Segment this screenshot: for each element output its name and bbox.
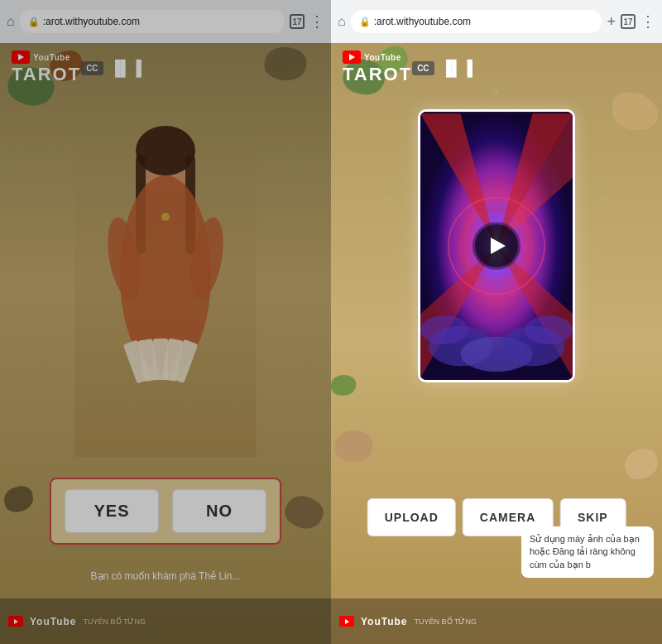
left-app-content: YouTube TAROT CC ▐▌▐ <box>0 43 331 644</box>
left-yt-icon <box>12 50 30 64</box>
left-tab-count[interactable]: 17 <box>290 14 305 29</box>
right-address-bar[interactable]: 🔒 :arot.withyoutube.com <box>351 10 602 33</box>
left-youtube-logo: YouTube <box>12 50 70 64</box>
yes-button[interactable]: YES <box>65 489 159 533</box>
right-youtube-logo: YouTube <box>343 50 401 64</box>
right-audio-icon[interactable]: ▐▌▐ <box>441 60 473 77</box>
right-browser-bar: ⌂ 🔒 :arot.withyoutube.com + 17 ⋮ <box>331 0 662 43</box>
play-button[interactable] <box>475 224 518 267</box>
svg-point-19 <box>494 388 499 393</box>
right-footer-text: TUYÊN BỐ TỪNG <box>415 618 654 626</box>
play-triangle <box>491 238 506 254</box>
right-yt-icon <box>343 50 361 64</box>
right-footer: YouTube TUYÊN BỐ TỪNG <box>331 598 662 644</box>
left-audio-icon[interactable]: ▐▌▐ <box>110 60 142 77</box>
right-lock-icon: 🔒 <box>359 17 371 27</box>
left-panel: ⌂ 🔒 :arot.withyoutube.com 17 ⋮ YouTube T… <box>0 0 331 644</box>
left-footer-yt-label: YouTube <box>30 616 77 627</box>
lock-icon: 🔒 <box>28 17 40 27</box>
left-footer-yt-icon <box>8 616 23 627</box>
left-header-right: CC ▐▌▐ <box>81 60 142 77</box>
upload-button[interactable]: UPLOAD <box>367 498 456 536</box>
right-footer-yt-label: YouTube <box>361 616 408 627</box>
right-cc-button[interactable]: CC <box>412 61 434 75</box>
right-panel: ⌂ 🔒 :arot.withyoutube.com + 17 ⋮ YouTube… <box>331 0 662 644</box>
left-url: :arot.withyoutube.com <box>43 16 140 27</box>
svg-point-12 <box>161 213 170 221</box>
left-footer: YouTube TUYÊN BỐ TỪNG <box>0 598 331 644</box>
svg-point-22 <box>590 244 593 248</box>
right-header-right: CC ▐▌▐ <box>412 60 473 77</box>
tooltip-text: Sử dụng máy ảnh của bạn hoặc Đăng tải rà… <box>530 534 640 570</box>
svg-point-32 <box>420 315 468 344</box>
right-yt-label: YouTube <box>364 53 401 62</box>
svg-point-18 <box>602 198 607 203</box>
left-browser-bar: ⌂ 🔒 :arot.withyoutube.com 17 ⋮ <box>0 0 331 43</box>
left-menu-dots[interactable]: ⋮ <box>309 12 324 31</box>
right-tarot-title: TAROT <box>343 64 412 85</box>
right-app-content: YouTube TAROT CC ▐▌▐ <box>331 43 662 644</box>
right-home-icon[interactable]: ⌂ <box>338 14 346 29</box>
tooltip: Sử dụng máy ảnh của bạn hoặc Đăng tải rà… <box>521 526 654 578</box>
right-footer-yt-icon <box>339 616 354 627</box>
right-menu-dots[interactable]: ⋮ <box>640 12 655 31</box>
person-svg <box>83 109 248 440</box>
left-figure <box>74 109 257 457</box>
right-tab-count[interactable]: 17 <box>621 14 636 29</box>
left-yt-label: YouTube <box>33 53 70 62</box>
yesno-container: YES NO <box>50 478 281 545</box>
home-icon[interactable]: ⌂ <box>7 14 15 29</box>
right-url: :arot.withyoutube.com <box>374 16 471 27</box>
tarot-card[interactable] <box>418 109 575 382</box>
left-cc-button[interactable]: CC <box>81 61 103 75</box>
svg-point-20 <box>386 198 391 203</box>
left-footer-text: TUYÊN BỐ TỪNG <box>84 618 323 626</box>
right-app-header: YouTube TAROT CC ▐▌▐ <box>331 43 662 93</box>
card-outer <box>418 109 575 382</box>
right-plus-icon[interactable]: + <box>607 13 616 31</box>
question-text: Bạn có muốn khám phá Thẻ Lin... <box>41 570 290 582</box>
no-button[interactable]: NO <box>172 489 266 533</box>
left-app-header: YouTube TAROT CC ▐▌▐ <box>0 43 331 93</box>
left-tarot-title: TAROT <box>12 64 81 85</box>
svg-point-33 <box>525 315 573 344</box>
left-address-bar[interactable]: 🔒 :arot.withyoutube.com <box>20 10 285 33</box>
card-inner-design <box>420 112 573 380</box>
